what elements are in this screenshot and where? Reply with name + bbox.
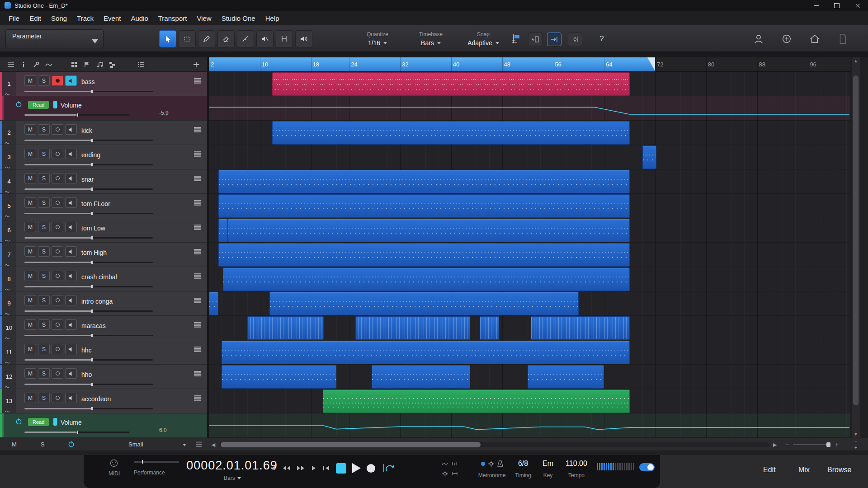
record-arm-button[interactable]: [52, 124, 63, 135]
solo-button[interactable]: S: [38, 319, 50, 330]
solo-button[interactable]: S: [38, 393, 50, 403]
instrument-editor-icon[interactable]: [194, 78, 201, 84]
metronome-label[interactable]: Metronome: [473, 472, 511, 479]
range-tool-button[interactable]: [179, 30, 196, 47]
record-arm-button[interactable]: [52, 344, 63, 354]
volume-slider-knob[interactable]: [91, 163, 93, 166]
automation-toggle-icon[interactable]: [5, 337, 10, 340]
track-name[interactable]: tom High: [81, 249, 107, 256]
automation-slider[interactable]: [24, 432, 129, 433]
record-arm-button[interactable]: [52, 368, 63, 379]
automation-curve[interactable]: [209, 96, 850, 121]
track-header-hho[interactable]: 12MShho: [0, 365, 207, 389]
loop-end-marker[interactable]: [647, 57, 655, 71]
monitor-button[interactable]: [65, 344, 77, 354]
add-track-button[interactable]: [190, 59, 203, 70]
record-arm-button[interactable]: [52, 319, 63, 330]
solo-button[interactable]: S: [38, 75, 50, 86]
edit-view-button[interactable]: Edit: [763, 466, 776, 474]
automation-toggle-icon[interactable]: [5, 312, 10, 315]
volume-slider[interactable]: [24, 91, 153, 92]
scroll-right-icon[interactable]: ▶: [771, 441, 778, 448]
sphere-sync-icon[interactable]: [780, 33, 793, 45]
scroll-down-icon[interactable]: ▼: [852, 431, 860, 438]
record-arm-button[interactable]: [52, 393, 63, 403]
volume-slider[interactable]: [24, 213, 153, 214]
monitor-button[interactable]: [65, 222, 77, 232]
scroll-left-icon[interactable]: ◀: [210, 441, 217, 448]
precount-icon[interactable]: [451, 460, 459, 468]
vertical-zoom-out-icon[interactable]: −: [854, 439, 857, 444]
instrument-editor-icon[interactable]: [194, 347, 201, 352]
track-header-ending[interactable]: 3MSending: [0, 145, 207, 169]
track-header-tom-High[interactable]: 7MStom High: [0, 243, 207, 267]
mute-button[interactable]: M: [24, 295, 36, 305]
play-button[interactable]: [352, 463, 361, 473]
track-list-options-icon[interactable]: [135, 59, 147, 70]
vertical-scrollbar[interactable]: ▲ ▼: [852, 57, 860, 438]
monitor-button[interactable]: [65, 197, 77, 208]
parameter-dropdown[interactable]: Parameter: [5, 29, 104, 48]
menu-help[interactable]: Help: [260, 12, 284, 24]
mute-button[interactable]: M: [24, 319, 36, 330]
hamburger-menu-icon[interactable]: [5, 59, 17, 70]
automation-power-button[interactable]: [15, 101, 22, 108]
marker-flag-icon[interactable]: [80, 59, 93, 70]
track-header-crash-cimbal[interactable]: 8MScrash cimbal: [0, 267, 207, 291]
track-header-kick[interactable]: 2MSkick: [0, 121, 207, 145]
volume-slider-knob[interactable]: [91, 383, 93, 386]
solo-button[interactable]: S: [38, 246, 50, 257]
eraser-tool-button[interactable]: [217, 30, 235, 47]
automation-toggle-icon[interactable]: [5, 410, 10, 413]
monitor-button[interactable]: [65, 149, 77, 159]
track-name[interactable]: snar: [81, 176, 94, 183]
tools-icon[interactable]: [30, 59, 42, 70]
volume-slider[interactable]: [24, 359, 153, 361]
automation-lane-header-bass[interactable]: ReadVolume-5.9: [0, 96, 207, 121]
user-profile-icon[interactable]: [752, 33, 765, 45]
mute-button[interactable]: M: [24, 173, 36, 183]
volume-slider[interactable]: [24, 262, 153, 263]
monitor-button[interactable]: [65, 246, 77, 257]
vertical-zoom-controls[interactable]: −+: [852, 438, 860, 450]
track-name[interactable]: hhc: [81, 347, 92, 354]
metronome-led[interactable]: [481, 462, 485, 466]
instrument-editor-icon[interactable]: [194, 371, 201, 376]
volume-slider[interactable]: [24, 408, 153, 409]
track-name[interactable]: bass: [81, 78, 95, 85]
automation-icon[interactable]: [42, 59, 55, 70]
blocks-view-icon[interactable]: [106, 59, 118, 70]
record-arm-button[interactable]: [52, 271, 63, 281]
automation-slider[interactable]: [24, 114, 129, 116]
autopunch-icon[interactable]: [451, 469, 459, 478]
stop-button[interactable]: [336, 463, 346, 474]
home-icon[interactable]: [808, 33, 821, 45]
track-scroll-toggle-button[interactable]: [528, 33, 542, 46]
volume-slider[interactable]: [24, 310, 153, 312]
instrument-editor-icon[interactable]: [194, 200, 201, 206]
menu-transport[interactable]: Transport: [153, 12, 192, 24]
time-unit-selector[interactable]: Bars: [224, 475, 241, 481]
monitor-button[interactable]: [65, 368, 77, 379]
metronome-settings-icon[interactable]: [488, 461, 494, 467]
horizontal-scrollbar[interactable]: ◀ ▶ − +: [209, 438, 850, 451]
automation-toggle-icon[interactable]: [5, 288, 10, 291]
record-arm-button[interactable]: [52, 222, 63, 232]
performance-label[interactable]: Performance: [134, 469, 165, 476]
vertical-scroll-thumb[interactable]: [853, 75, 859, 405]
volume-slider-knob[interactable]: [91, 212, 93, 215]
master-solo-button[interactable]: S: [41, 441, 45, 448]
track-name[interactable]: ending: [81, 151, 100, 159]
record-arm-button[interactable]: [52, 149, 63, 159]
maximize-button[interactable]: [826, 0, 847, 11]
track-header-accordeon[interactable]: 13MSaccordeon: [0, 389, 207, 413]
track-header-intro-conga[interactable]: 9MSintro conga: [0, 291, 207, 316]
volume-slider-knob[interactable]: [91, 358, 93, 361]
key-value[interactable]: Em: [535, 460, 561, 468]
monitor-button[interactable]: [65, 295, 77, 305]
track-name[interactable]: kick: [81, 127, 92, 134]
menu-edit[interactable]: Edit: [24, 12, 46, 24]
listen-tool-button[interactable]: [295, 30, 312, 47]
tempo-value[interactable]: 110.00: [561, 460, 592, 468]
quantize-dropdown[interactable]: Quantize 1/16: [350, 31, 405, 47]
